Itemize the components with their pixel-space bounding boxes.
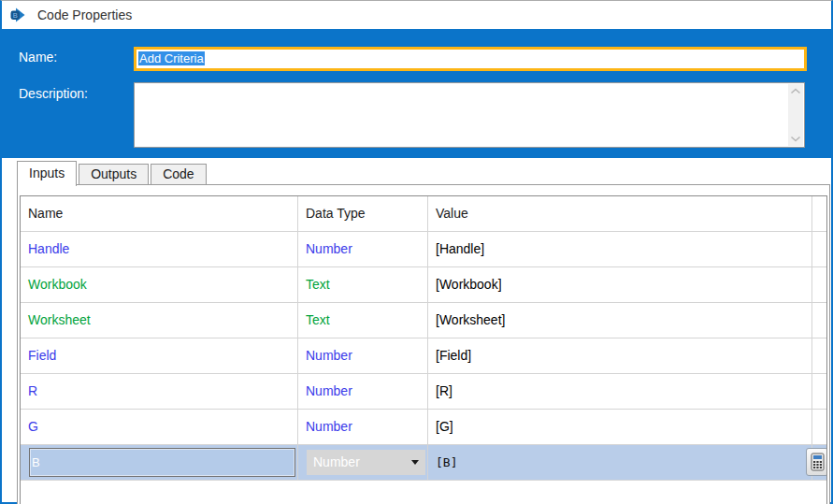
input-name-cell: Worksheet (21, 303, 298, 338)
code-properties-window: B Code Properties Name: Add Criteria Des… (0, 0, 833, 504)
properties-header-panel: Name: Add Criteria Description: (2, 29, 831, 158)
input-name-cell: Workbook (21, 267, 298, 302)
input-actions-cell (812, 303, 826, 338)
description-label: Description: (19, 86, 88, 101)
tab-strip: InputsOutputsCode (17, 161, 208, 184)
column-header-spacer (812, 196, 826, 231)
code-stage-icon: B (10, 7, 30, 22)
input-name-cell: Field (21, 338, 298, 373)
input-name-editbox[interactable]: B (29, 448, 295, 477)
column-header-data-type[interactable]: Data Type (298, 196, 428, 231)
input-datatype-cell: Number (298, 410, 428, 444)
input-name-cell: G (21, 410, 298, 444)
input-datatype-cell: Number (298, 374, 428, 409)
input-row-handle[interactable]: HandleNumber[Handle] (21, 232, 826, 267)
svg-text:B: B (13, 11, 18, 20)
expression-editor-button[interactable] (806, 448, 827, 476)
column-header-name[interactable]: Name (21, 196, 298, 231)
input-value-cell[interactable]: [B] (428, 445, 812, 480)
input-datatype-cell: Number (298, 232, 428, 266)
input-name-cell: Handle (21, 232, 298, 266)
list-body: HandleNumber[Handle]WorkbookText[Workboo… (21, 232, 826, 481)
tab-code[interactable]: Code (151, 164, 206, 184)
input-datatype-cell: Text (298, 303, 428, 338)
input-datatype-cell: Number (298, 338, 428, 373)
input-actions-cell (812, 267, 826, 302)
input-value-cell: [Workbook] (428, 267, 812, 302)
tab-outputs[interactable]: Outputs (79, 164, 149, 184)
input-value-cell: [G] (428, 410, 812, 444)
list-header-row: NameData TypeValue (21, 196, 826, 232)
input-row-g[interactable]: GNumber[G] (21, 410, 826, 445)
chevron-up-icon[interactable] (790, 88, 801, 94)
input-row-field[interactable]: FieldNumber[Field] (21, 338, 826, 374)
input-name-cell: B (21, 445, 298, 480)
name-input[interactable]: Add Criteria (134, 47, 807, 71)
name-label: Name: (19, 50, 57, 65)
title-bar: B Code Properties (2, 1, 831, 29)
name-input-selected-text: Add Criteria (138, 51, 205, 65)
description-input[interactable] (134, 82, 805, 148)
input-row-b[interactable]: BNumber[B] (21, 445, 826, 481)
tab-inputs[interactable]: Inputs (17, 161, 77, 186)
inputs-tab-page: NameData TypeValue HandleNumber[Handle]W… (17, 184, 830, 504)
chevron-down-arrow (411, 460, 419, 465)
chevron-down-icon[interactable] (790, 136, 801, 142)
inputs-list: NameData TypeValue HandleNumber[Handle]W… (20, 195, 827, 504)
column-header-value[interactable]: Value (428, 196, 812, 231)
description-text (135, 83, 804, 87)
input-value-cell: [R] (428, 374, 812, 409)
input-datatype-cell: Text (298, 267, 428, 302)
input-name-cell: R (21, 374, 298, 409)
input-actions-cell (812, 374, 826, 409)
input-actions-cell (812, 410, 826, 444)
input-datatype-dropdown[interactable]: Number (307, 450, 425, 475)
input-row-r[interactable]: RNumber[R] (21, 374, 826, 410)
input-value-cell: [Worksheet] (428, 303, 812, 338)
input-value-cell: [Handle] (428, 232, 812, 266)
description-scrollbar[interactable] (788, 84, 803, 146)
window-title: Code Properties (37, 7, 132, 22)
input-actions-cell (812, 338, 826, 373)
input-row-workbook[interactable]: WorkbookText[Workbook] (21, 267, 826, 303)
input-datatype-cell: Number (298, 445, 428, 480)
calculator-icon (811, 453, 825, 471)
input-actions-cell (812, 232, 826, 266)
input-row-worksheet[interactable]: WorksheetText[Worksheet] (21, 303, 826, 338)
input-value-cell: [Field] (428, 338, 812, 373)
